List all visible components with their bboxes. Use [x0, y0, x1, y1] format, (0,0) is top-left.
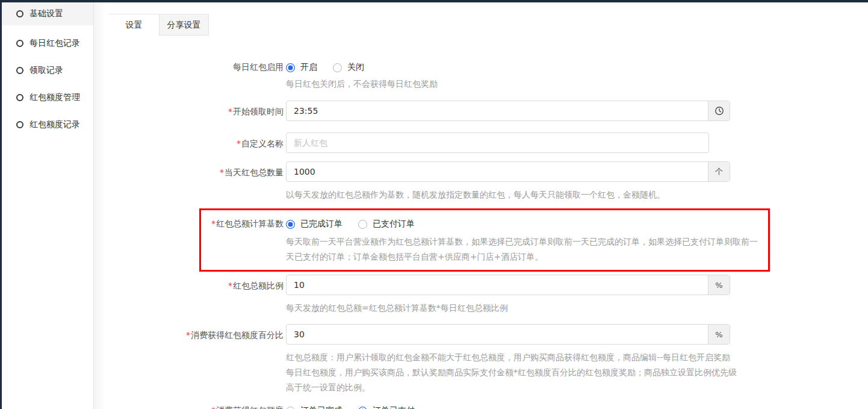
sidebar-item-label: 基础设置: [29, 8, 63, 19]
radio-icon: [286, 220, 295, 229]
tab-share-settings[interactable]: 分享设置: [159, 14, 209, 36]
row-quota-order-status: *消费获得红包额度 订单已完成 订单已支付 获取红包额度：用户购买商品产生的红包…: [95, 404, 868, 409]
circle-icon: [16, 121, 23, 128]
field-hint: 红包总额度：用户累计领取的红包金额不能大于红包总额度，用户购买商品获得红包额度，…: [286, 350, 739, 395]
sidebar-item-label: 每日红包记录: [29, 38, 80, 49]
custom-name-input[interactable]: [286, 133, 709, 153]
circle-icon: [16, 94, 23, 101]
radio-order-paid[interactable]: 订单已支付: [358, 405, 415, 409]
field-label: *消费获得红包额度: [95, 404, 286, 409]
daily-redpacket-settings-form: 每日红包启用 开启 关闭 每日红包关闭后，不会获得每日红包奖励: [95, 61, 868, 409]
row-total-ratio: *红包总额比例 % 每天发放的红包总额=红包总额计算基数*每日红包总额比例: [95, 275, 868, 316]
circle-icon: [16, 40, 23, 47]
settings-content: 设置 分享设置 每日红包启用 开启 关闭 每日红包关闭后，: [95, 2, 868, 409]
required-mark: *: [228, 107, 232, 116]
radio-completed-orders[interactable]: 已完成订单: [286, 219, 343, 229]
radio-icon: [286, 63, 295, 72]
radio-order-completed[interactable]: 订单已完成: [286, 405, 343, 409]
field-label: *红包总额比例: [95, 275, 286, 316]
row-quota-percent: *消费获得红包额度百分比 % 红包总额度：用户累计领取的红包金额不能大于红包总额…: [95, 324, 868, 395]
total-ratio-input[interactable]: [287, 275, 708, 295]
radio-enable-off[interactable]: 关闭: [333, 62, 364, 73]
field-label: *自定义名称: [95, 133, 286, 153]
sidebar-item-label: 红包额度管理: [29, 92, 80, 103]
start-time-input[interactable]: [287, 101, 708, 120]
sidebar-item-daily-redpacket-records[interactable]: 每日红包记录: [2, 30, 93, 57]
row-total-calc-base: *红包总额计算基数 已完成订单 已支付订单 每天取前一天平台营业额作为红包总额计: [201, 217, 763, 264]
clock-icon[interactable]: [708, 101, 730, 120]
window-frame-top: [0, 0, 868, 2]
field-hint: 以每天发放的红包总额作为基数，随机发放指定数量的红包，每人每天只能领取一个红包，…: [286, 187, 868, 202]
row-daily-count: *当天红包总数量 个 以每天发放的红包总额作为基数，随机发放指定数量的红包，每人…: [95, 161, 868, 202]
radio-icon: [358, 220, 367, 229]
sidebar-item-quota-records[interactable]: 红包额度记录: [2, 111, 93, 138]
window-frame-left: [0, 0, 2, 409]
required-mark: *: [186, 330, 190, 340]
sidebar-item-label: 红包额度记录: [29, 119, 80, 130]
field-label: *开始领取时间: [95, 101, 286, 121]
sidebar-item-basic-settings[interactable]: 基础设置: [2, 2, 93, 25]
required-mark: *: [211, 405, 215, 409]
field-hint: 每天取前一天平台营业额作为红包总额计算基数，如果选择已完成订单则取前一天已完成的…: [286, 234, 763, 264]
sidebar-item-label: 领取记录: [29, 65, 63, 76]
field-label: *红包总额计算基数: [201, 217, 286, 264]
row-start-claim-time: *开始领取时间: [95, 101, 868, 121]
required-mark: *: [220, 167, 224, 177]
row-daily-redpacket-enable: 每日红包启用 开启 关闭 每日红包关闭后，不会获得每日红包奖励: [95, 61, 868, 92]
field-label: *消费获得红包额度百分比: [95, 324, 286, 395]
row-custom-name: *自定义名称: [95, 133, 868, 153]
circle-icon: [16, 10, 23, 17]
sidebar-item-quota-management[interactable]: 红包额度管理: [2, 84, 93, 111]
percent-addon: %: [708, 325, 730, 344]
sidebar-item-claim-records[interactable]: 领取记录: [2, 57, 93, 84]
radio-paid-orders[interactable]: 已支付订单: [358, 219, 415, 229]
quota-percent-input[interactable]: [287, 325, 708, 344]
highlight-red-box: *红包总额计算基数 已完成订单 已支付订单 每天取前一天平台营业额作为红包总额计: [199, 208, 770, 272]
field-hint: 每天发放的红包总额=红包总额计算基数*每日红包总额比例: [286, 301, 868, 316]
circle-icon: [16, 67, 23, 74]
field-hint: 每日红包关闭后，不会获得每日红包奖励: [286, 76, 868, 92]
settings-sidebar: 基础设置 每日红包记录 领取记录 红包额度管理 红包额度记录: [2, 2, 94, 409]
tab-settings[interactable]: 设置: [109, 14, 159, 36]
unit-addon: 个: [708, 162, 730, 181]
radio-icon: [286, 407, 295, 409]
tab-bar: 设置 分享设置: [109, 14, 209, 36]
required-mark: *: [237, 139, 241, 148]
daily-count-input[interactable]: [287, 162, 708, 181]
radio-icon: [333, 63, 342, 72]
required-mark: *: [228, 281, 232, 290]
required-mark: *: [211, 219, 215, 228]
radio-icon: [358, 407, 367, 409]
field-label: *当天红包总数量: [95, 161, 286, 202]
field-label: 每日红包启用: [95, 61, 286, 92]
percent-addon: %: [708, 275, 730, 295]
radio-enable-on[interactable]: 开启: [286, 62, 317, 73]
